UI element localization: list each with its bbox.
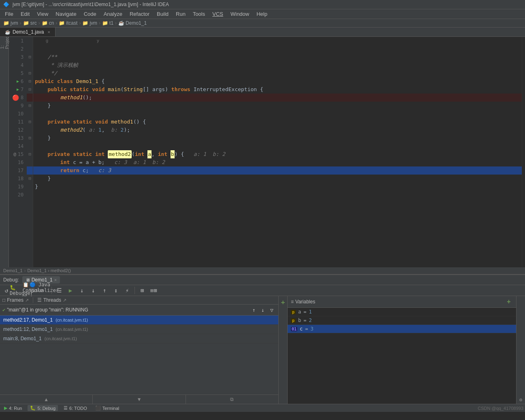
debug-content: □ Frames ↗ ☰ Threads ↗	[0, 296, 525, 404]
right-panel-controls: ⚙	[516, 296, 525, 404]
var-item-b[interactable]: p b = 2	[288, 316, 516, 325]
fold-7[interactable]: ⊟	[27, 85, 33, 94]
scroll-up-btn[interactable]: ▲	[0, 395, 92, 404]
resume-btn[interactable]: ▶	[66, 286, 75, 295]
menu-run[interactable]: Run	[173, 10, 189, 18]
frame-method-1: method1:12, Demo1_1	[3, 326, 53, 332]
editor-bc-class[interactable]: Demo1_1	[3, 268, 23, 273]
code-line-1: g y	[33, 37, 522, 45]
tab-demo11[interactable]: ☕ Demo1_1.java ×	[0, 28, 55, 36]
settings-var-btn[interactable]: ⚙	[517, 396, 525, 404]
todo-tab[interactable]: ☰ 6: TODO	[61, 405, 90, 411]
menu-file[interactable]: File	[2, 10, 17, 18]
debug-panel: Debug: 🖥 Demo1_1 × ↺ 🐛 Debugger 📋 Consol…	[0, 274, 525, 404]
menu-refactor[interactable]: Refactor	[126, 10, 153, 18]
code-line-15: private static int method2(int a, int b)…	[33, 150, 522, 158]
var-equals-a: =	[303, 309, 306, 315]
bc-src[interactable]: 📁src	[23, 20, 37, 26]
frames-list: method2:17, Demo1_1 (cn.itcast.jvm.t1) m…	[0, 316, 278, 394]
code-line-11: private static void method1() {	[33, 118, 522, 126]
list-btn[interactable]: ☰	[54, 286, 64, 295]
frame-method-2: main:8, Demo1_1	[3, 336, 42, 341]
var-equals-b: =	[303, 318, 306, 323]
project-icon[interactable]: 1: Project	[1, 38, 8, 46]
layout-btn[interactable]: ≡⊞	[149, 286, 158, 295]
add-variable-btn[interactable]: +	[505, 298, 513, 306]
visualizer-btn[interactable]: 🔵 Java Visualizer ↗	[39, 286, 49, 295]
run-icon: ▶	[4, 405, 7, 411]
bc-t1[interactable]: 📁t1	[102, 20, 113, 26]
thread-filter-btn[interactable]: ▽	[268, 306, 276, 314]
code-line-5: */	[33, 69, 522, 77]
frame-item-2[interactable]: main:8, Demo1_1 (cn.itcast.jvm.t1)	[0, 334, 278, 343]
thread-up-btn[interactable]: ↑	[250, 306, 258, 314]
fold-5[interactable]: ⊟	[27, 69, 33, 77]
terminal-tab[interactable]: ⬛ Terminal	[93, 405, 122, 411]
var-name-a: a	[298, 309, 301, 315]
bc-jvm[interactable]: 📁jvm	[3, 20, 18, 26]
var-value-c: 3	[311, 326, 314, 332]
code-line-7: public static void main(String[] args) t…	[33, 85, 522, 94]
fold-11[interactable]: ⊟	[27, 118, 33, 126]
line-num-2: 2	[12, 45, 23, 53]
menu-vcs[interactable]: VCS	[209, 10, 226, 18]
frame-item-1[interactable]: method1:12, Demo1_1 (cn.itcast.jvm.t1)	[0, 325, 278, 334]
left-nav-panel: 1: Project	[0, 37, 9, 267]
threads-tab[interactable]: ☰ Threads ↗	[37, 297, 66, 303]
bc-demo11[interactable]: ☕Demo1_1	[118, 20, 147, 26]
menu-analyze[interactable]: Analyze	[100, 10, 126, 18]
code-line-19: }	[33, 183, 522, 191]
bc-cn[interactable]: 📁cn	[42, 20, 54, 26]
scroll-down-btn[interactable]: ▼	[93, 395, 185, 404]
tab-close-icon[interactable]: ×	[47, 30, 50, 34]
menu-help[interactable]: Help	[253, 10, 271, 18]
var-item-c[interactable]: 01 c = 3	[288, 325, 516, 333]
eval-btn[interactable]: ⚡	[122, 286, 132, 295]
bc-jvm2[interactable]: 📁jvm	[82, 20, 97, 26]
frame-sub-2: (cn.itcast.jvm.t1)	[43, 336, 77, 341]
fold-6[interactable]: ⊟	[27, 77, 33, 85]
menu-navigate[interactable]: Navigate	[52, 10, 79, 18]
code-content: g y /** * 演示栈帧 */	[33, 37, 522, 267]
menu-view[interactable]: View	[34, 10, 51, 18]
copy-btn[interactable]: ⧉	[186, 395, 278, 404]
right-gutter	[522, 37, 525, 267]
var-name-b: b	[298, 318, 301, 323]
fold-15[interactable]: ⊟	[27, 150, 33, 158]
run-tab[interactable]: ▶ 4: Run	[2, 405, 24, 411]
code-line-13: }	[33, 134, 522, 142]
thread-value: "main"@1 in group "main": RUNNING	[7, 307, 88, 313]
run-cursor-btn[interactable]: ↕	[111, 286, 121, 295]
add-watch-btn[interactable]: +	[279, 296, 288, 404]
fold-13[interactable]: ⊟	[27, 134, 33, 142]
thread-down-btn[interactable]: ↓	[259, 306, 267, 314]
menu-build[interactable]: Build	[154, 10, 172, 18]
menu-edit[interactable]: Edit	[17, 10, 33, 18]
frame-item-0[interactable]: method2:17, Demo1_1 (cn.itcast.jvm.t1)	[0, 316, 278, 325]
fold-18[interactable]: ⊟	[27, 175, 33, 183]
bc-itcast[interactable]: 📁itcast	[59, 20, 77, 26]
line-num-3: 3	[12, 53, 23, 61]
line-num-6: ▶6	[12, 77, 23, 85]
step-into-btn[interactable]: ↓	[88, 286, 98, 295]
fold-9[interactable]: ⊟	[27, 102, 33, 110]
editor-bc-method[interactable]: Demo1_1 › method2()	[27, 268, 71, 273]
code-line-14	[33, 142, 522, 150]
step-over-btn[interactable]: ↓	[77, 286, 87, 295]
todo-icon: ☰	[64, 405, 68, 411]
menu-window[interactable]: Window	[227, 10, 252, 18]
var-item-a[interactable]: p a = 1	[288, 308, 516, 316]
frames-tab[interactable]: □ Frames ↗	[2, 297, 29, 303]
variables-icon: ≡	[291, 299, 294, 305]
step-out-btn[interactable]: ↑	[100, 286, 109, 295]
code-line-4: * 演示栈帧	[33, 61, 522, 69]
debug-label: Debug:	[3, 277, 19, 283]
line-num-12: 12	[12, 126, 23, 134]
menu-tools[interactable]: Tools	[190, 10, 208, 18]
menu-code[interactable]: Code	[81, 10, 100, 18]
debug-tab[interactable]: 🐛 5: Debug	[28, 405, 58, 411]
line-num-9: 9	[12, 102, 23, 110]
fold-3[interactable]: ⊟	[27, 53, 33, 61]
settings-btn[interactable]: ⊞	[137, 286, 147, 295]
code-line-9: }	[33, 102, 522, 110]
